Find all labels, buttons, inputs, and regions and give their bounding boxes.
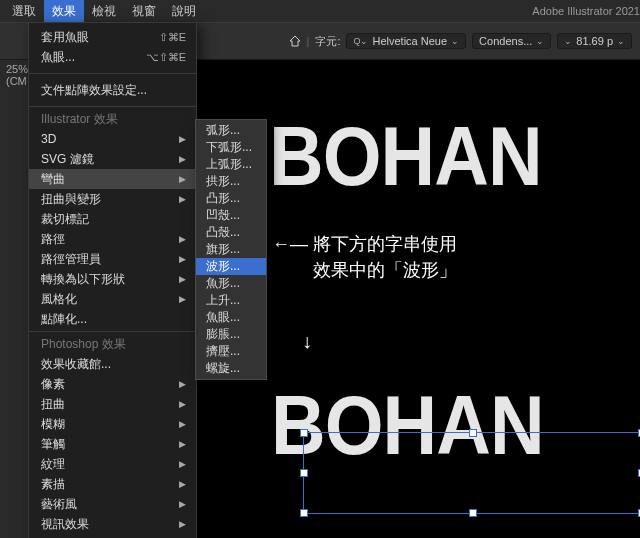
warp-arc-lower[interactable]: 下弧形... (196, 139, 266, 156)
menu-select[interactable]: 選取 (4, 0, 44, 22)
menu-pathfinder[interactable]: 路徑管理員▶ (29, 249, 196, 269)
font-family-dropdown[interactable]: Q⌄ Helvetica Neue ⌄ (346, 33, 466, 49)
menu-raster-settings[interactable]: 文件點陣效果設定... (29, 80, 196, 100)
warp-arc-upper[interactable]: 上弧形... (196, 156, 266, 173)
text-object-top[interactable]: BOHAN (269, 108, 542, 205)
menu-distort-transform[interactable]: 扭曲與變形▶ (29, 189, 196, 209)
menu-view[interactable]: 檢視 (84, 0, 124, 22)
font-style-dropdown[interactable]: Condens...⌄ (472, 33, 551, 49)
warp-rise[interactable]: 上升... (196, 292, 266, 309)
section-photoshop-effects: Photoshop 效果 (29, 334, 196, 354)
warp-fish[interactable]: 魚形... (196, 275, 266, 292)
selection-box[interactable] (303, 432, 640, 514)
warp-fisheye[interactable]: 魚眼... (196, 309, 266, 326)
warp-arc[interactable]: 弧形... (196, 122, 266, 139)
handle-tl[interactable] (300, 429, 308, 437)
menu-bar: 選取 效果 檢視 視窗 說明 Adobe Illustrator 2021 (0, 0, 640, 22)
menu-3d[interactable]: 3D▶ (29, 129, 196, 149)
menu-path[interactable]: 路徑▶ (29, 229, 196, 249)
annotation-text: ←— 將下方的字串使用 效果中的「波形」 (272, 231, 457, 283)
warp-bulge[interactable]: 凸形... (196, 190, 266, 207)
menu-fisheye[interactable]: 魚眼...⌥⇧⌘E (29, 47, 196, 67)
menu-blur[interactable]: 模糊▶ (29, 414, 196, 434)
warp-arch[interactable]: 拱形... (196, 173, 266, 190)
warp-twist[interactable]: 螺旋... (196, 360, 266, 377)
handle-ml[interactable] (300, 469, 308, 477)
menu-sketch[interactable]: 素描▶ (29, 474, 196, 494)
menu-video[interactable]: 視訊效果▶ (29, 514, 196, 534)
menu-artistic[interactable]: 藝術風▶ (29, 494, 196, 514)
menu-help[interactable]: 說明 (164, 0, 204, 22)
handle-bl[interactable] (300, 509, 308, 517)
warp-squeeze[interactable]: 擠壓... (196, 343, 266, 360)
handle-tm[interactable] (469, 429, 477, 437)
home-icon[interactable] (289, 35, 301, 47)
zoom-level[interactable]: 25% (CM (6, 63, 28, 87)
menu-effects[interactable]: 效果 (44, 0, 84, 22)
character-label: 字元: (315, 34, 340, 49)
warp-submenu: 弧形... 下弧形... 上弧形... 拱形... 凸形... 凹殼... 凸殼… (195, 119, 267, 380)
menu-crop-marks[interactable]: 裁切標記 (29, 209, 196, 229)
menu-pixelate[interactable]: 像素▶ (29, 374, 196, 394)
font-size-field[interactable]: ⌄ 81.69 p⌄ (557, 33, 632, 49)
annotation-down-arrow: ↓ (302, 328, 312, 354)
menu-svg-filters[interactable]: SVG 濾鏡▶ (29, 149, 196, 169)
menu-convert-shape[interactable]: 轉換為以下形狀▶ (29, 269, 196, 289)
warp-shell-lower[interactable]: 凹殼... (196, 207, 266, 224)
handle-bm[interactable] (469, 509, 477, 517)
menu-stylize[interactable]: 風格化▶ (29, 289, 196, 309)
menu-warp[interactable]: 彎曲▶ (29, 169, 196, 189)
effects-dropdown: 套用魚眼⇧⌘E 魚眼...⌥⇧⌘E 文件點陣效果設定... Illustrato… (28, 22, 197, 538)
app-title: Adobe Illustrator 2021 (400, 0, 640, 22)
menu-stylize-ps[interactable]: 風格化▶ (29, 534, 196, 538)
menu-brush-strokes[interactable]: 筆觸▶ (29, 434, 196, 454)
menu-window[interactable]: 視窗 (124, 0, 164, 22)
menu-apply-fisheye[interactable]: 套用魚眼⇧⌘E (29, 27, 196, 47)
warp-shell-upper[interactable]: 凸殼... (196, 224, 266, 241)
menu-rasterize[interactable]: 點陣化... (29, 309, 196, 329)
section-illustrator-effects: Illustrator 效果 (29, 109, 196, 129)
warp-flag[interactable]: 旗形... (196, 241, 266, 258)
menu-distort[interactable]: 扭曲▶ (29, 394, 196, 414)
warp-inflate[interactable]: 膨脹... (196, 326, 266, 343)
menu-effect-gallery[interactable]: 效果收藏館... (29, 354, 196, 374)
menu-texture[interactable]: 紋理▶ (29, 454, 196, 474)
warp-wave[interactable]: 波形... (196, 258, 266, 275)
